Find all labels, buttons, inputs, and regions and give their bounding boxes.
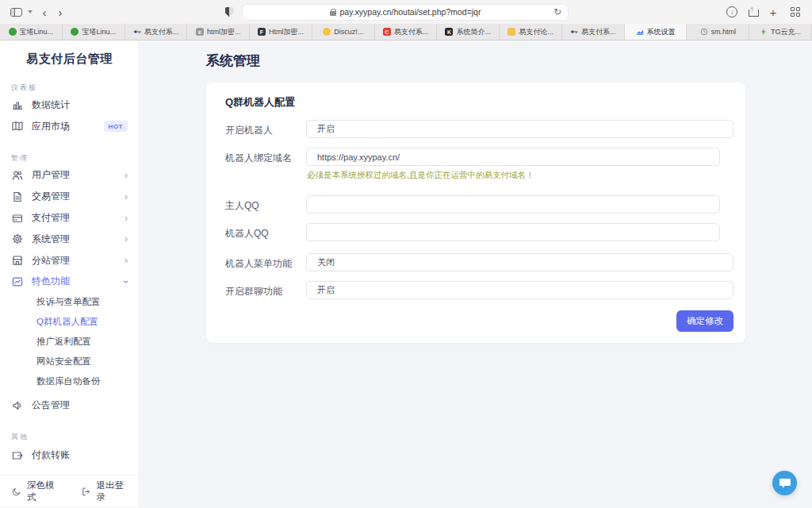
sidebar-item-stats[interactable]: 数据统计 [0, 94, 139, 116]
form-row-bot-qq: 机器人QQ [225, 223, 733, 241]
group-chat-select[interactable] [306, 281, 733, 299]
sidebar-item-branch[interactable]: 分站管理› [0, 250, 139, 271]
chevron-down-icon [28, 10, 33, 13]
share-icon [749, 7, 757, 17]
chat-bubble-icon [779, 478, 791, 489]
share-button[interactable] [745, 0, 760, 24]
sidebar-item-features[interactable]: 特色功能› [0, 271, 139, 292]
sidebar-toggle-button[interactable] [8, 0, 24, 24]
sidebar-subitem-backup[interactable]: 数据库自动备份 [0, 371, 139, 391]
html-encrypt-f-icon [258, 28, 266, 36]
dark-mode-label: 深色模式 [27, 479, 59, 503]
sidebar-item-notice[interactable]: 公告管理 [0, 394, 139, 416]
owner-qq-input[interactable] [306, 195, 720, 214]
form-row-menu-feature: 机器人菜单功能 [225, 253, 733, 271]
sidebar-item-pay[interactable]: 支付管理› [0, 207, 139, 229]
sidebar-item-label: 交易管理 [32, 190, 70, 203]
browser-tab-baota-2[interactable]: 宝塔Linu... [63, 24, 125, 40]
sidebar-subitem-qbot-active[interactable]: Q群机器人配置 [0, 312, 139, 332]
field-label: 开启群聊功能 [225, 281, 306, 298]
tab-overview-caret[interactable] [25, 0, 35, 24]
sidebar-item-users[interactable]: 用户管理› [0, 165, 139, 187]
forward-button: › [54, 0, 67, 24]
chevron-right-icon: › [124, 170, 128, 181]
app-title: 易支付后台管理 [0, 52, 139, 67]
baota-icon [71, 28, 79, 36]
browser-tab-baota-1[interactable]: 宝塔Linu... [0, 24, 63, 40]
sidebar-item-label: 特色功能 [32, 275, 70, 288]
browser-tab-epay-csdn[interactable]: 易支付系... [375, 24, 438, 40]
csdn-icon [383, 28, 391, 36]
field-label: 主人QQ [225, 195, 306, 213]
reload-button[interactable]: ↻ [553, 6, 561, 17]
form-actions: 确定修改 [225, 310, 733, 332]
browser-tab-epay-2[interactable]: 易支付系... [562, 24, 625, 40]
browser-tab-system-settings-active[interactable]: 系统设置 [625, 24, 688, 40]
field-label: 开启机器人 [225, 120, 306, 137]
domain-helper-text: 必须是本系统授权过的域名,且是你正在运营中的易支付域名！ [307, 170, 733, 181]
feature-trend-icon [11, 275, 24, 288]
form-row-domain: 机器人绑定域名 必须是本系统授权过的域名,且是你正在运营中的易支付域名！ [225, 148, 733, 183]
url-bar[interactable]: pay.xyypay.cn/houtai/set.php?mod=jqr ↻ [242, 4, 569, 21]
dark-square-icon [445, 28, 453, 36]
chat-fab[interactable] [772, 471, 797, 495]
sidebar-subitem-rebate[interactable]: 推广返利配置 [0, 332, 139, 352]
section-label-manage: 管理 [0, 153, 139, 164]
sidebar-item-transfer[interactable]: 付款转账 [0, 444, 139, 467]
users-icon [11, 169, 24, 182]
downloads-button[interactable]: ↓ [725, 0, 739, 24]
section-label-other: 其他 [0, 432, 139, 442]
privacy-shield-icon[interactable] [224, 0, 235, 24]
browser-tab-epay-forum[interactable]: 易支付论... [500, 24, 562, 40]
browser-tab-html-encrypt-2[interactable]: Html加密... [250, 24, 312, 40]
browser-tab-html-encrypt-1[interactable]: html加密... [187, 24, 250, 40]
lightning-icon [760, 28, 768, 36]
browser-tab-discuz[interactable]: Discuz!... [312, 24, 375, 40]
tab-overview-button[interactable] [788, 0, 802, 24]
menu-feature-select[interactable] [306, 253, 733, 271]
chevron-down-icon: › [121, 280, 132, 283]
tab-strip: 宝塔Linu... 宝塔Linu... 易支付系... html加密... Ht… [0, 24, 812, 40]
moon-icon [11, 486, 21, 498]
bot-qq-input[interactable] [306, 223, 720, 241]
baota-icon [9, 28, 17, 36]
chevron-right-icon: › [124, 233, 128, 244]
key-icon [570, 28, 578, 36]
sidebar-item-system[interactable]: 系统管理› [0, 229, 139, 250]
main-content: 系统管理 Q群机器人配置 开启机器人 机器人绑定域名 必须是本系统授权过的域名,… [140, 40, 812, 507]
storefront-icon [11, 254, 24, 267]
sidebar-item-label: 数据统计 [32, 98, 70, 112]
bot-domain-input[interactable] [306, 148, 720, 166]
sidebar-subitem-complaint[interactable]: 投诉与查单配置 [0, 292, 139, 312]
html-encrypt-icon [196, 28, 204, 36]
discuz-icon [323, 28, 331, 36]
browser-tab-tg-recharge[interactable]: TG云充... [749, 24, 812, 40]
logout-label: 退出登录 [96, 479, 128, 503]
sidebar-item-market[interactable]: 应用市场 HOT [0, 116, 139, 137]
lock-icon [330, 9, 336, 16]
browser-tab-epay-1[interactable]: 易支付系... [125, 24, 188, 40]
enable-bot-select[interactable] [306, 120, 733, 138]
sidebar-bottom: 其他 付款转账 深色模式 退出登录 [0, 416, 139, 507]
sidebar: 易支付后台管理 仪表板 数据统计 应用市场 HOT 管理 用户管理› 交易管理›… [0, 40, 140, 507]
browser-tab-sm-html[interactable]: sm.html [687, 24, 749, 40]
clock-icon [700, 28, 708, 36]
chevron-right-icon: › [124, 213, 128, 224]
hot-badge: HOT [104, 121, 128, 132]
download-icon: ↓ [726, 6, 737, 17]
sidebar-item-trades[interactable]: 交易管理› [0, 186, 139, 207]
field-label: 机器人绑定域名 [225, 148, 306, 165]
page-title: 系统管理 [206, 52, 812, 70]
back-button[interactable]: ‹ [38, 0, 51, 24]
bar-chart-icon [11, 98, 24, 111]
document-icon [11, 190, 24, 203]
map-icon [11, 120, 24, 133]
field-label: 机器人QQ [225, 223, 306, 241]
new-tab-button[interactable]: + [766, 0, 780, 24]
sidebar-subitem-security[interactable]: 网站安全配置 [0, 352, 139, 371]
logout-button[interactable]: 退出登录 [81, 479, 128, 503]
dark-mode-toggle[interactable]: 深色模式 [11, 479, 59, 503]
browser-tab-system-intro[interactable]: 系统简介... [437, 24, 500, 40]
sidebar-item-label: 付款转账 [32, 448, 70, 462]
submit-button[interactable]: 确定修改 [676, 310, 733, 332]
